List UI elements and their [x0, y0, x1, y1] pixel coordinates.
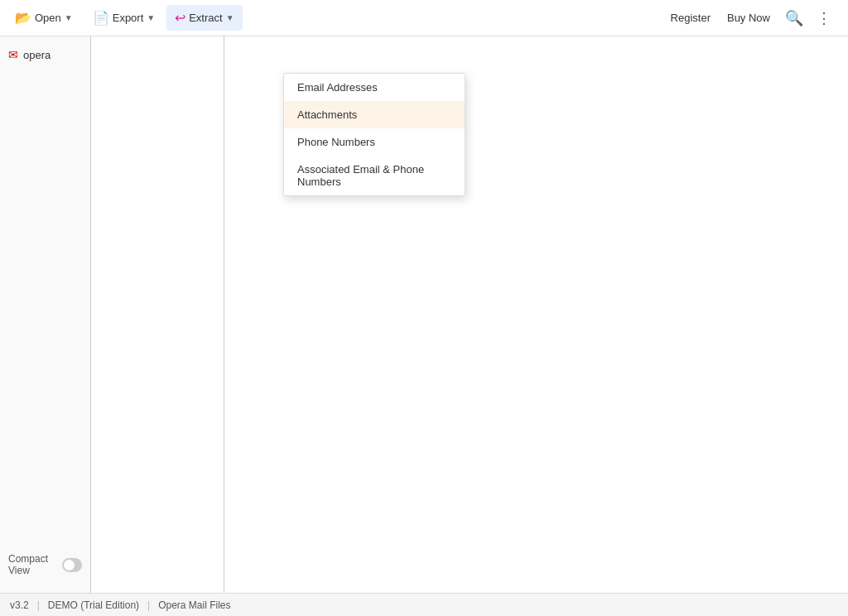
dropdown-item-associated-email-phone[interactable]: Associated Email & Phone Numbers — [284, 156, 465, 195]
extract-button[interactable]: ↩ Extract ▼ — [166, 5, 242, 31]
export-icon: 📄 — [93, 10, 109, 26]
statusbar-sep2: | — [147, 599, 150, 611]
opera-mail-icon: ✉ — [8, 48, 18, 61]
sidebar-item-label: opera — [23, 49, 51, 61]
extract-dropdown-menu: Email Addresses Attachments Phone Number… — [283, 73, 465, 196]
register-button[interactable]: Register — [666, 8, 716, 27]
sidebar: ✉ opera Compact View — [0, 36, 91, 593]
filetype-label: Opera Mail Files — [158, 599, 230, 611]
status-bar: v3.2 | DEMO (Trial Edition) | Opera Mail… — [0, 593, 848, 616]
vertical-divider — [224, 36, 224, 593]
extract-icon: ↩ — [175, 10, 186, 26]
version-label: v3.2 — [10, 599, 29, 611]
compact-view-label: Compact View — [8, 553, 55, 576]
export-button[interactable]: 📄 Export ▼ — [84, 5, 163, 31]
dropdown-item-phone-numbers[interactable]: Phone Numbers — [284, 128, 465, 156]
sidebar-bottom: Compact View — [0, 545, 90, 586]
open-label: Open — [35, 12, 61, 24]
dropdown-item-email-addresses[interactable]: Email Addresses — [284, 74, 465, 101]
open-icon: 📂 — [15, 10, 31, 26]
toolbar-right: Register Buy Now 🔍 ⋮ — [666, 6, 841, 31]
export-chevron-icon: ▼ — [147, 13, 155, 22]
edition-label: DEMO (Trial Edition) — [48, 599, 139, 611]
extract-chevron-icon: ▼ — [226, 13, 234, 22]
content-area: Email Addresses Attachments Phone Number… — [91, 36, 848, 593]
buynow-button[interactable]: Buy Now — [722, 8, 775, 27]
open-chevron-icon: ▼ — [65, 13, 73, 22]
main-area: ✉ opera Compact View Email Addresses Att… — [0, 36, 848, 593]
export-label: Export — [113, 12, 144, 24]
open-button[interactable]: 📂 Open ▼ — [7, 5, 81, 31]
dropdown-item-attachments[interactable]: Attachments — [284, 101, 465, 128]
more-options-button[interactable]: ⋮ — [813, 6, 835, 31]
search-button[interactable]: 🔍 — [782, 6, 807, 31]
compact-view-toggle[interactable] — [62, 558, 82, 572]
statusbar-sep1: | — [37, 599, 40, 611]
toggle-knob — [64, 560, 75, 570]
toolbar: 📂 Open ▼ 📄 Export ▼ ↩ Extract ▼ Register… — [0, 0, 848, 36]
extract-label: Extract — [189, 12, 222, 24]
sidebar-item-opera[interactable]: ✉ opera — [0, 43, 90, 66]
